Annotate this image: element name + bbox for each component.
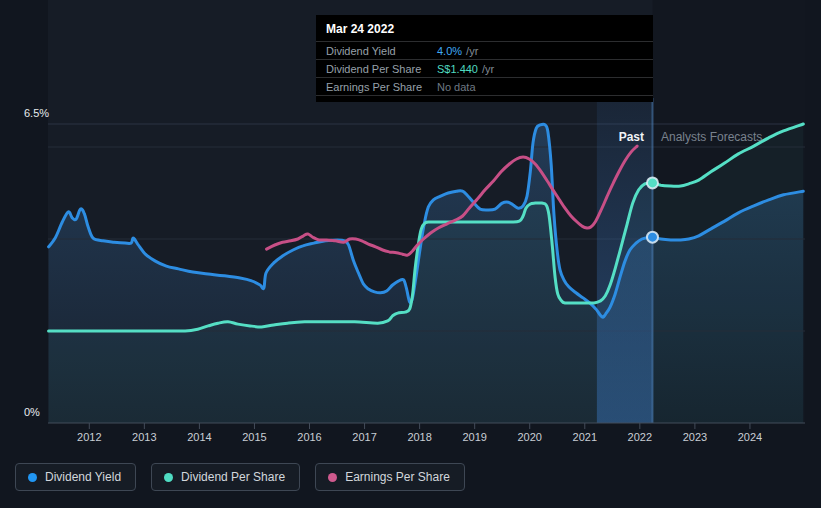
tooltip-label: Earnings Per Share <box>326 81 437 93</box>
y-min-label: 0% <box>24 406 40 418</box>
earnings-per-share-dot-icon <box>328 473 337 482</box>
legend-item-dividend-per-share[interactable]: Dividend Per Share <box>151 463 300 491</box>
x-tick-label: 2021 <box>573 431 597 443</box>
x-tick-label: 2018 <box>407 431 431 443</box>
x-tick-label: 2020 <box>517 431 541 443</box>
tooltip-label: Dividend Yield <box>326 45 437 57</box>
dividend-history-chart-panel: 2012201320142015201620172018201920202021… <box>0 0 821 508</box>
marker-dot[interactable] <box>647 177 658 188</box>
tooltip-row-earnings-per-share: Earnings Per Share No data <box>316 77 653 96</box>
legend-label: Dividend Per Share <box>181 470 285 484</box>
legend-item-earnings-per-share[interactable]: Earnings Per Share <box>315 463 465 491</box>
tooltip-row-dividend-per-share: Dividend Per Share S$1.440 /yr <box>316 59 653 77</box>
x-tick-label: 2012 <box>77 431 101 443</box>
tooltip-value: S$1.440 <box>437 63 478 75</box>
past-label: Past <box>619 130 644 144</box>
x-tick-label: 2014 <box>187 431 211 443</box>
y-max-label: 6.5% <box>24 107 49 119</box>
tooltip-row-dividend-yield: Dividend Yield 4.0% /yr <box>316 41 653 59</box>
tooltip-value: No data <box>437 81 476 93</box>
legend-label: Dividend Yield <box>45 470 121 484</box>
x-tick-label: 2022 <box>628 431 652 443</box>
x-tick-label: 2024 <box>738 431 762 443</box>
tooltip-unit: /yr <box>466 45 478 57</box>
x-tick-label: 2023 <box>683 431 707 443</box>
tooltip-value: 4.0% <box>437 45 462 57</box>
x-tick-label: 2015 <box>242 431 266 443</box>
analysts-forecasts-label: Analysts Forecasts <box>661 130 762 144</box>
legend-item-dividend-yield[interactable]: Dividend Yield <box>15 463 136 491</box>
x-tick-label: 2013 <box>132 431 156 443</box>
dividend-yield-dot-icon <box>28 473 37 482</box>
tooltip-date: Mar 24 2022 <box>316 15 653 41</box>
x-tick-label: 2016 <box>297 431 321 443</box>
x-tick-label: 2017 <box>352 431 376 443</box>
tooltip-unit: /yr <box>482 63 494 75</box>
chart-legend: Dividend Yield Dividend Per Share Earnin… <box>15 463 465 491</box>
dividend-per-share-dot-icon <box>164 473 173 482</box>
x-tick-label: 2019 <box>462 431 486 443</box>
chart-tooltip: Mar 24 2022 Dividend Yield 4.0% /yr Divi… <box>316 15 653 102</box>
marker-dot[interactable] <box>647 232 658 243</box>
legend-label: Earnings Per Share <box>345 470 450 484</box>
tooltip-label: Dividend Per Share <box>326 63 437 75</box>
